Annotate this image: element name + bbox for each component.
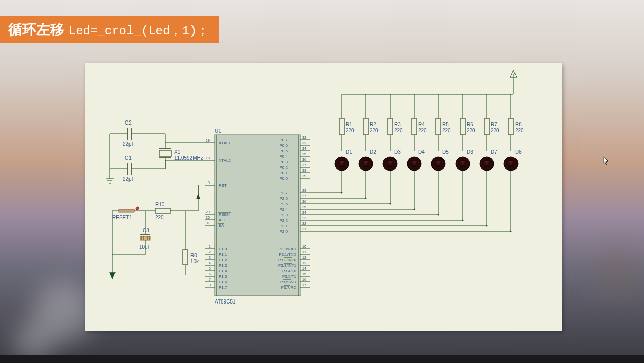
mouse-cursor-icon	[603, 156, 610, 167]
svg-text:220: 220	[515, 128, 524, 133]
svg-text:D7: D7	[491, 149, 497, 155]
svg-text:26: 26	[302, 200, 306, 203]
svg-text:P0.6: P0.6	[280, 143, 288, 148]
svg-text:R7: R7	[491, 122, 497, 127]
svg-text:10: 10	[302, 245, 306, 248]
svg-text:R6: R6	[467, 122, 473, 127]
svg-text:P2.7: P2.7	[280, 191, 288, 195]
svg-text:17: 17	[302, 283, 306, 287]
svg-text:19: 19	[206, 139, 210, 142]
svg-text:5: 5	[209, 267, 211, 270]
svg-rect-188	[339, 118, 344, 135]
svg-text:RST: RST	[219, 183, 227, 188]
svg-marker-182	[110, 273, 115, 279]
svg-text:EA: EA	[219, 223, 224, 228]
svg-text:P3.4/T0: P3.4/T0	[282, 269, 297, 273]
svg-text:6: 6	[209, 272, 211, 276]
svg-text:220: 220	[442, 128, 451, 133]
svg-text:31: 31	[206, 221, 210, 225]
svg-text:35: 35	[302, 152, 306, 156]
chip-ref: U1	[215, 128, 221, 134]
svg-rect-218	[412, 118, 417, 135]
svg-rect-258	[508, 118, 513, 135]
svg-point-274	[414, 209, 415, 210]
svg-text:1: 1	[209, 245, 211, 248]
svg-text:27: 27	[302, 194, 306, 198]
svg-text:P0.4: P0.4	[280, 154, 288, 159]
svg-text:30: 30	[206, 216, 210, 219]
svg-point-268	[341, 192, 343, 194]
svg-text:P2.3: P2.3	[280, 213, 288, 217]
svg-text:D8: D8	[515, 149, 522, 155]
svg-text:220: 220	[467, 128, 475, 133]
svg-text:RESET1: RESET1	[112, 215, 132, 220]
svg-text:2: 2	[209, 250, 211, 254]
svg-text:P2.0: P2.0	[280, 229, 288, 234]
svg-text:ALE: ALE	[219, 218, 226, 222]
svg-text:28: 28	[302, 189, 306, 192]
svg-text:R0: R0	[190, 253, 197, 258]
led-column-6: R6 220 D6	[456, 94, 475, 220]
svg-text:D2: D2	[370, 149, 376, 155]
svg-text:10k: 10k	[190, 259, 199, 264]
svg-rect-248	[484, 118, 489, 135]
svg-text:25: 25	[302, 205, 306, 209]
svg-text:P2.4: P2.4	[280, 207, 288, 212]
svg-text:11: 11	[302, 250, 306, 254]
svg-text:21: 21	[302, 227, 306, 231]
svg-point-282	[510, 231, 512, 232]
svg-text:P3.2/INT0: P3.2/INT0	[278, 258, 297, 262]
svg-text:D5: D5	[442, 149, 449, 155]
svg-text:P1.3: P1.3	[219, 263, 227, 268]
svg-text:D3: D3	[394, 149, 401, 155]
svg-text:P3.6/WR: P3.6/WR	[280, 280, 296, 284]
svg-text:P0.1: P0.1	[280, 171, 288, 175]
svg-text:9: 9	[208, 181, 210, 185]
svg-rect-228	[436, 118, 441, 135]
led-column-2: R2 220 D2	[359, 94, 378, 198]
svg-text:22pF: 22pF	[123, 141, 135, 147]
svg-text:16: 16	[302, 278, 306, 281]
svg-rect-171	[183, 250, 188, 265]
svg-text:P3.3/INT1: P3.3/INT1	[278, 263, 297, 268]
svg-rect-163	[140, 236, 150, 240]
svg-point-152	[136, 207, 139, 210]
svg-text:3: 3	[209, 256, 211, 259]
svg-point-278	[462, 220, 464, 221]
svg-text:P1.1: P1.1	[219, 252, 227, 257]
svg-text:P1.6: P1.6	[219, 280, 227, 284]
svg-text:C3: C3	[143, 228, 149, 233]
svg-text:P0.3: P0.3	[280, 160, 288, 164]
svg-text:P1.5: P1.5	[219, 274, 227, 279]
svg-text:P2.1: P2.1	[280, 224, 288, 228]
svg-text:10uF: 10uF	[139, 244, 151, 250]
title-code: Led=_crol_(Led，1)；	[69, 24, 209, 38]
svg-text:R4: R4	[418, 122, 425, 127]
led-columns: R1 220 D1 R2 220 D2 R3 220 D3 R4 220	[335, 94, 524, 231]
svg-text:P0.2: P0.2	[280, 165, 288, 170]
svg-text:18: 18	[206, 156, 210, 160]
svg-text:P0.7: P0.7	[280, 138, 288, 142]
svg-text:R5: R5	[442, 122, 449, 127]
svg-text:29: 29	[206, 210, 210, 214]
chip-part: AT89C51	[215, 299, 236, 305]
svg-point-276	[438, 214, 439, 216]
svg-text:8: 8	[209, 283, 211, 287]
svg-text:D4: D4	[418, 149, 425, 155]
crystal-circuit: C2 22pF X1 11.0592MHz C1 22pF	[106, 120, 205, 183]
svg-text:220: 220	[491, 128, 499, 133]
svg-text:D6: D6	[467, 149, 473, 155]
svg-point-280	[486, 225, 488, 227]
svg-text:P1.4: P1.4	[219, 269, 227, 273]
svg-text:13: 13	[302, 261, 306, 265]
svg-point-272	[390, 203, 391, 205]
svg-text:P2.2: P2.2	[280, 218, 288, 223]
svg-text:39: 39	[302, 174, 306, 178]
svg-text:P1.0: P1.0	[219, 247, 227, 251]
svg-text:220: 220	[346, 128, 354, 133]
svg-text:34: 34	[302, 147, 306, 150]
svg-text:24: 24	[302, 211, 306, 214]
svg-text:12: 12	[302, 256, 306, 259]
svg-rect-238	[460, 118, 465, 135]
svg-text:15: 15	[302, 272, 306, 276]
